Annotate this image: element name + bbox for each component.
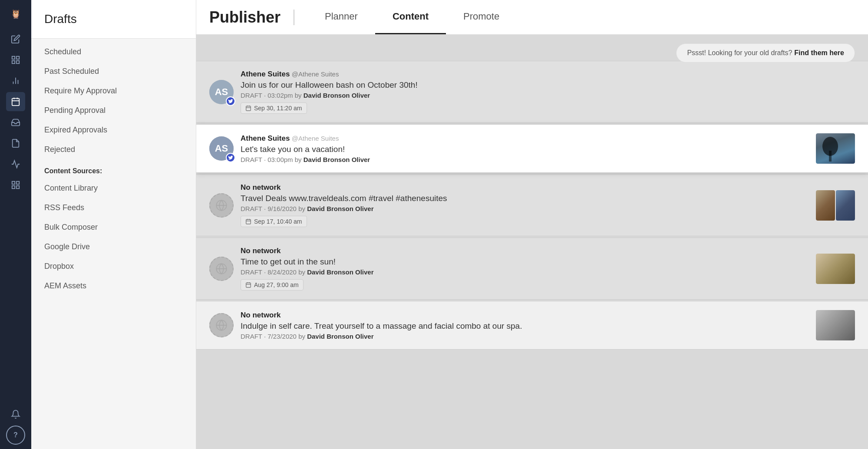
sidebar-item-rejected[interactable]: Rejected (31, 140, 196, 159)
post-card-highlighted[interactable]: AS Athene Suites @Athene Suites Let's ta… (196, 124, 868, 173)
sidebar-item-rss-feeds[interactable]: RSS Feeds (31, 198, 196, 218)
thumbnail-image (816, 133, 855, 164)
tab-planner[interactable]: Planner (307, 0, 375, 34)
top-nav: Publisher Planner Content Promote (196, 0, 868, 35)
post-meta: DRAFT · 03:02pm by David Bronson Oliver (241, 92, 855, 99)
svg-rect-13 (12, 186, 15, 188)
svg-rect-7 (12, 99, 20, 106)
post-handle: @Athene Suites (292, 135, 339, 142)
post-text: Time to get out in the sun! (241, 257, 809, 267)
avatar (209, 193, 234, 218)
post-card[interactable]: No network Time to get out in the sun! D… (196, 238, 868, 300)
apps-icon[interactable] (6, 175, 25, 195)
calendar-icon[interactable] (6, 92, 25, 111)
tab-promote[interactable]: Promote (446, 0, 517, 34)
post-meta: DRAFT · 03:00pm by David Bronson Oliver (241, 156, 809, 163)
post-schedule: Aug 27, 9:00 am (241, 279, 304, 291)
old-drafts-text: Pssst! Looking for your old drafts? (687, 49, 792, 57)
svg-rect-12 (17, 182, 19, 184)
sidebar-nav: Scheduled Past Scheduled Require My Appr… (31, 39, 196, 449)
post-thumbnail (816, 133, 855, 164)
post-text: Join us for our Halloween bash on Octobe… (241, 80, 855, 90)
content-sources-title: Content Sources: (31, 159, 196, 178)
post-schedule: Sep 17, 10:40 am (241, 216, 307, 227)
svg-rect-1 (17, 56, 19, 59)
inbox-icon[interactable] (6, 113, 25, 132)
thumbnail-image-2 (836, 190, 855, 221)
sidebar-item-pending-approval[interactable]: Pending Approval (31, 101, 196, 120)
svg-rect-2 (12, 61, 15, 63)
thumbnail-image (816, 310, 855, 340)
sidebar-item-expired-approvals[interactable]: Expired Approvals (31, 120, 196, 140)
bell-icon[interactable] (6, 405, 25, 424)
post-account: Athene Suites (241, 70, 290, 78)
post-thumbnail (816, 310, 855, 340)
post-handle: @Athene Suites (292, 70, 339, 78)
old-drafts-banner[interactable]: Pssst! Looking for your old drafts? Find… (676, 43, 855, 63)
svg-rect-14 (17, 186, 19, 188)
post-content: No network Time to get out in the sun! D… (241, 247, 809, 291)
sidebar-item-content-library[interactable]: Content Library (31, 178, 196, 198)
post-text: Indulge in self care. Treat yourself to … (241, 321, 809, 331)
dashboard-icon[interactable] (6, 50, 25, 69)
compose-icon[interactable] (6, 30, 25, 49)
main-area: Publisher Planner Content Promote Pssst!… (196, 0, 868, 449)
post-text: Travel Deals www.traveldeals.com #travel… (241, 194, 809, 203)
old-drafts-link[interactable]: Find them here (794, 49, 844, 57)
sidebar: Drafts Scheduled Past Scheduled Require … (31, 0, 196, 449)
reports-icon[interactable] (6, 155, 25, 174)
sidebar-item-google-drive[interactable]: Google Drive (31, 237, 196, 257)
avatar: AS (209, 136, 234, 161)
post-account: Athene Suites (241, 134, 290, 142)
post-card[interactable]: No network Travel Deals www.traveldeals.… (196, 174, 868, 236)
thumbnail-image-1 (816, 190, 835, 221)
svg-rect-3 (17, 61, 19, 63)
post-content: No network Travel Deals www.traveldeals.… (241, 183, 809, 227)
sidebar-item-dropbox[interactable]: Dropbox (31, 257, 196, 276)
svg-rect-0 (12, 56, 15, 59)
post-thumbnail (816, 254, 855, 284)
sidebar-item-past-scheduled[interactable]: Past Scheduled (31, 62, 196, 81)
analytics-icon[interactable] (6, 71, 25, 90)
content-area: Pssst! Looking for your old drafts? Find… (196, 35, 868, 449)
avatar: AS (209, 80, 234, 104)
post-account: No network (241, 183, 281, 191)
icon-bar: 🦉 (0, 0, 31, 449)
publisher-title: Publisher (209, 8, 281, 26)
post-meta: DRAFT · 8/24/2020 by David Bronson Olive… (241, 268, 809, 276)
nav-divider (294, 10, 294, 25)
post-text: Let's take you on a vacation! (241, 145, 809, 154)
svg-rect-11 (12, 182, 15, 184)
help-icon[interactable]: ? (6, 426, 25, 445)
avatar (209, 257, 234, 281)
svg-rect-15 (246, 106, 251, 111)
post-account: No network (241, 247, 281, 255)
thumbnail-image (816, 254, 855, 284)
post-schedule: Sep 30, 11:20 am (241, 102, 307, 114)
post-content: Athene Suites @Athene Suites Join us for… (241, 70, 855, 114)
post-card[interactable]: No network Indulge in self care. Treat y… (196, 301, 868, 350)
svg-rect-29 (246, 283, 251, 287)
post-content: No network Indulge in self care. Treat y… (241, 311, 809, 340)
post-meta: DRAFT · 7/23/2020 by David Bronson Olive… (241, 333, 809, 340)
sidebar-item-aem-assets[interactable]: AEM Assets (31, 276, 196, 296)
post-content: Athene Suites @Athene Suites Let's take … (241, 134, 809, 163)
post-card[interactable]: AS Athene Suites @Athene Suites Join us … (196, 61, 868, 123)
post-account: No network (241, 311, 281, 319)
nav-tabs: Planner Content Promote (307, 0, 517, 34)
tab-content[interactable]: Content (375, 0, 446, 34)
post-thumbnail (816, 190, 855, 221)
sidebar-item-bulk-composer[interactable]: Bulk Composer (31, 218, 196, 237)
post-meta: DRAFT · 9/16/2020 by David Bronson Olive… (241, 205, 809, 212)
sidebar-item-scheduled[interactable]: Scheduled (31, 42, 196, 62)
sidebar-item-require-approval[interactable]: Require My Approval (31, 81, 196, 101)
sidebar-drafts-label: Drafts (31, 0, 196, 39)
svg-rect-23 (246, 219, 251, 224)
avatar-badge (226, 96, 235, 106)
posts-list: AS Athene Suites @Athene Suites Join us … (196, 61, 868, 351)
owl-logo[interactable]: 🦉 (6, 4, 25, 23)
svg-point-20 (822, 137, 838, 156)
avatar (209, 313, 234, 337)
avatar-badge (226, 153, 235, 162)
tasks-icon[interactable] (6, 134, 25, 153)
